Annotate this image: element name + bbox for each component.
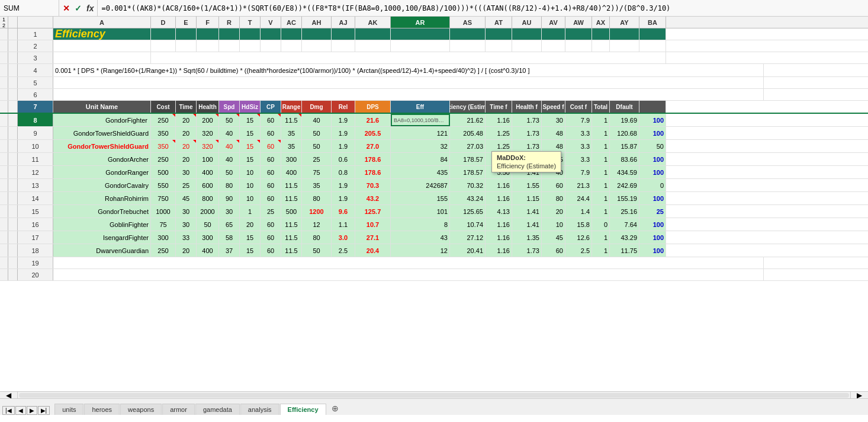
cell-2-AC[interactable]: [281, 40, 302, 52]
cell-9-F[interactable]: 320: [197, 127, 219, 139]
scroll-thumb[interactable]: [19, 393, 849, 398]
cell-10-AT[interactable]: 1.25: [486, 140, 512, 152]
cell-10-A[interactable]: GondorTowerShieldGuard: [53, 140, 151, 152]
cell-2-AS[interactable]: [450, 40, 486, 52]
cell-18-A[interactable]: DwarvenGuardian: [53, 244, 151, 257]
row-num-17[interactable]: 17: [18, 231, 53, 244]
cell-11-V[interactable]: 60: [261, 153, 281, 165]
cell-13-AS[interactable]: 70.32: [450, 179, 486, 191]
cell-18-T[interactable]: 15: [240, 244, 261, 257]
row-num[interactable]: 7: [18, 101, 53, 113]
cell-1-D[interactable]: [151, 28, 176, 40]
cell-18-V[interactable]: 60: [261, 244, 281, 257]
cell-2-E[interactable]: [176, 40, 197, 52]
cell-12-AY[interactable]: 434.59: [610, 166, 639, 178]
cell-1-E[interactable]: [176, 28, 197, 40]
cell-14-AW[interactable]: 24.4: [565, 192, 592, 204]
cell-17-AS[interactable]: 27.12: [450, 231, 486, 244]
cell-8-AT[interactable]: 1.16: [486, 114, 512, 126]
cell-14-AU[interactable]: 1.15: [512, 192, 542, 204]
cell-14-AX[interactable]: 1: [592, 192, 610, 204]
cell-11-AH[interactable]: 25: [302, 153, 332, 165]
cell-1-AH[interactable]: [302, 28, 332, 40]
cell-16-AJ[interactable]: 1.1: [332, 218, 355, 231]
cell-17-AH[interactable]: 80: [302, 231, 332, 244]
row-num[interactable]: 3: [18, 52, 53, 63]
cell-12-AW[interactable]: 7.9: [565, 166, 592, 178]
row-num[interactable]: 2: [18, 40, 53, 52]
cell-11-R[interactable]: 40: [219, 153, 240, 165]
cell-16-AU[interactable]: 1.41: [512, 218, 542, 231]
cell-15-T[interactable]: 1: [240, 205, 261, 218]
cell-8-E[interactable]: 20: [176, 114, 197, 126]
cell-17-T[interactable]: 15: [240, 231, 261, 244]
row-num-11[interactable]: 11: [18, 153, 53, 165]
cell-14-AY[interactable]: 155.19: [610, 192, 639, 204]
col-header-F[interactable]: F: [197, 17, 219, 28]
cell-14-AK[interactable]: 43.2: [355, 192, 391, 204]
cell-12-AR[interactable]: 435: [391, 166, 450, 178]
cell-17-D[interactable]: 300: [151, 231, 176, 244]
row-num[interactable]: 1: [18, 28, 53, 40]
col-header-AW[interactable]: AW: [565, 17, 592, 28]
cell-11-AY[interactable]: 83.66: [610, 153, 639, 165]
cell-15-A[interactable]: GondorTrebuchet: [53, 205, 151, 218]
tab-efficiency[interactable]: Efficiency: [280, 404, 326, 415]
cell-18-E[interactable]: 20: [176, 244, 197, 257]
cell-15-R[interactable]: 30: [219, 205, 240, 218]
cell-10-AH[interactable]: 50: [302, 140, 332, 152]
cell-2-AT[interactable]: [486, 40, 512, 52]
cell-16-AX[interactable]: 0: [592, 218, 610, 231]
row-num-14[interactable]: 14: [18, 192, 53, 204]
cell-8-AK[interactable]: 21.6: [355, 114, 391, 126]
row-num-8[interactable]: 8: [18, 114, 53, 126]
cell-1-T[interactable]: [240, 28, 261, 40]
cell-15-AX[interactable]: 1: [592, 205, 610, 218]
cell-14-AV[interactable]: 80: [542, 192, 565, 204]
cell-11-BA[interactable]: 100: [639, 153, 666, 165]
cell-13-AC[interactable]: 11.5: [281, 179, 302, 191]
cell-14-AJ[interactable]: 1.9: [332, 192, 355, 204]
col-header-AS[interactable]: AS: [450, 17, 486, 28]
cell-9-AJ[interactable]: 1.9: [332, 127, 355, 139]
cell-15-F[interactable]: 2000: [197, 205, 219, 218]
tab-nav-last[interactable]: ▶|: [38, 406, 50, 415]
cell-10-AY[interactable]: 15.87: [610, 140, 639, 152]
cell-1-AJ[interactable]: [332, 28, 355, 40]
function-icon[interactable]: fx: [85, 4, 95, 13]
cell-2-AY[interactable]: [610, 40, 639, 52]
cell-15-AV[interactable]: 20: [542, 205, 565, 218]
cell-8-AS[interactable]: 21.62: [450, 114, 486, 126]
cell-12-AX[interactable]: 1: [592, 166, 610, 178]
cell-18-AR[interactable]: 12: [391, 244, 450, 257]
tab-analysis[interactable]: analysis: [240, 404, 279, 415]
cell-13-AH[interactable]: 35: [302, 179, 332, 191]
cell-15-E[interactable]: 30: [176, 205, 197, 218]
cell-9-AU[interactable]: 1.73: [512, 127, 542, 139]
tab-nav-first[interactable]: |◀: [2, 406, 15, 415]
cell-1-R[interactable]: [219, 28, 240, 40]
cell-9-D[interactable]: 350: [151, 127, 176, 139]
cell-2-F[interactable]: [197, 40, 219, 52]
cell-16-AT[interactable]: 1.16: [486, 218, 512, 231]
cell-13-AR[interactable]: 242687: [391, 179, 450, 191]
cell-9-A[interactable]: GondorTowerShieldGuard: [53, 127, 151, 139]
cell-8-V[interactable]: 60: [261, 114, 281, 126]
cell-12-A[interactable]: GondorRanger: [53, 166, 151, 178]
cell-17-V[interactable]: 60: [261, 231, 281, 244]
horizontal-scrollbar[interactable]: ◀ ▶: [0, 391, 868, 398]
cell-9-V[interactable]: 60: [261, 127, 281, 139]
cell-17-AK[interactable]: 27.1: [355, 231, 391, 244]
cell-6[interactable]: [53, 89, 764, 100]
cell-1-AT[interactable]: [486, 28, 512, 40]
cell-9-AY[interactable]: 120.68: [610, 127, 639, 139]
cell-17-AJ[interactable]: 3.0: [332, 231, 355, 244]
cell-17-E[interactable]: 33: [176, 231, 197, 244]
cell-10-AW[interactable]: 3.3: [565, 140, 592, 152]
cell-1-F[interactable]: [197, 28, 219, 40]
cell-2-A[interactable]: [53, 40, 151, 52]
cell-9-AT[interactable]: 1.25: [486, 127, 512, 139]
tab-weapons[interactable]: weapons: [120, 404, 162, 415]
cell-1-AV[interactable]: [542, 28, 565, 40]
row-num-18[interactable]: 18: [18, 244, 53, 257]
